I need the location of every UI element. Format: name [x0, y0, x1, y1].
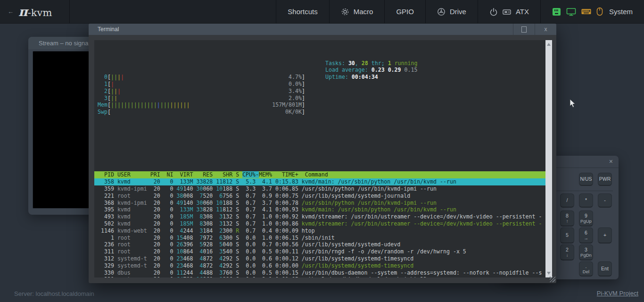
server-hostname: Server: localhost.localdomain [14, 290, 94, 297]
keypad-key-nus[interactable]: N/US [579, 173, 593, 186]
close-icon[interactable]: × [609, 158, 613, 165]
menu-shortcuts-label: Shortcuts [288, 8, 317, 16]
display-icon [566, 8, 576, 16]
psu-icon [502, 8, 512, 16]
keypad-key-[interactable]: / [560, 193, 574, 208]
process-row[interactable]: 395 kvmd 20 0 133M 33828 11812 S 0.7 4.1… [94, 206, 545, 213]
menu-system-label: System [609, 8, 633, 16]
keypad-key-[interactable]: - [598, 193, 612, 208]
process-row[interactable]: 358 kvmd 20 0 133M 33828 11812 S 5.3 4.1… [94, 178, 545, 185]
ethernet-icon [552, 8, 561, 16]
meter-line: 2[|||3.4%] [94, 88, 305, 95]
menu-drive-label: Drive [450, 8, 466, 16]
keypad-key-[interactable]: + [598, 227, 612, 243]
terminal-scrollbar[interactable] [545, 40, 552, 277]
process-row[interactable]: 502 kvmd 20 0 185M 8308 3132 S 0.7 1.0 0… [94, 220, 545, 227]
keypad-key-[interactable]: * [579, 193, 593, 208]
process-row[interactable]: 1146 kvmd-webt 20 0 4244 3184 2300 R 0.7… [94, 227, 545, 235]
stream-window-title: Stream – no signal [39, 40, 90, 47]
table-header-row[interactable]: PID USER PRI NI VIRT RES SHR S CPU%-MEM%… [94, 171, 545, 178]
keypad-key-9[interactable]: 9PgUp [579, 210, 593, 226]
logo-block[interactable]: ← π-kvm [0, 0, 70, 23]
pikvm-project-link[interactable]: Pi-KVM Project [597, 290, 638, 297]
meter-line: 0[||||4.7%] [94, 74, 305, 81]
keypad-key-pwr[interactable]: PWR [598, 173, 612, 186]
resize-grip[interactable] [550, 277, 555, 282]
mouse-icon [596, 7, 603, 16]
keypad-key-3[interactable]: 3PgDn [579, 244, 593, 260]
keypad-key-6[interactable]: 6→ [579, 227, 593, 243]
menu-gpio[interactable]: GPIO [384, 0, 425, 23]
htop-terminal-content[interactable]: 0[||||4.7%] 1[|0.0%] 2[|||3.4%] 3[||2.0%… [94, 40, 545, 277]
menu-gpio-label: GPIO [396, 8, 414, 16]
keypad-key-ent[interactable]: Ent [598, 261, 612, 277]
process-row[interactable]: 311 root 20 0 10864 4016 3540 S 0.0 0.5 … [94, 248, 545, 255]
mouse-cursor [570, 99, 577, 110]
menu-atx[interactable]: ATX [478, 0, 540, 23]
summary-line: Load average: 0.23 0.29 0.15 [325, 67, 418, 74]
keypad-key-2[interactable]: 2↓ [560, 244, 574, 260]
keyboard-icon [581, 8, 591, 15]
keypad-key-[interactable]: .Del [579, 261, 593, 277]
menu-atx-label: ATX [516, 8, 529, 16]
terminal-window: Terminal x 0[||||4.7%] 1[|0.0%] 2[|||3.4… [89, 24, 556, 283]
htop-summary: Tasks: 30, 28 thr; 1 runningLoad average… [325, 60, 418, 81]
meter-line: 3[||2.0%] [94, 95, 305, 102]
status-icons [552, 7, 603, 16]
scroll-up-icon[interactable] [547, 43, 551, 46]
process-row[interactable]: 330 dbus 20 0 11244 4488 3760 S 0.0 0.5 … [94, 269, 545, 277]
meter-line: Swp[0K/0K] [94, 109, 305, 116]
summary-line: Uptime: 00:04:34 [325, 74, 418, 81]
cpu-memory-meters: 0[||||4.7%] 1[|0.0%] 2[|||3.4%] 3[||2.0%… [94, 74, 545, 116]
process-table: PID USER PRI NI VIRT RES SHR S CPU%-MEM%… [94, 171, 545, 277]
terminal-window-title: Terminal [89, 26, 119, 33]
menu-system[interactable]: System [540, 0, 644, 23]
nav-spacer [70, 0, 276, 23]
menu-macro-label: Macro [354, 8, 373, 16]
top-navbar: ← π-kvm Shortcuts Macro GPIO Drive [0, 0, 644, 24]
scroll-down-icon[interactable] [547, 272, 551, 275]
pikvm-logo: π-kvm [18, 4, 52, 19]
process-row[interactable]: 236 root 20 0 26396 5928 5040 S 0.0 0.7 … [94, 241, 545, 248]
gear-icon [341, 8, 349, 16]
process-row[interactable]: 359 kvmd-ipmi 20 0 49140 30060 10188 S 3… [94, 185, 545, 193]
process-row[interactable]: 221 root 20 0 38008 7520 6756 S 0.7 0.9 … [94, 193, 545, 200]
keypad-key-8[interactable]: 8↑ [560, 210, 574, 226]
terminal-window-header[interactable]: Terminal x [89, 24, 556, 35]
keypad-key-5[interactable]: 5 [560, 227, 574, 243]
menu-shortcuts[interactable]: Shortcuts [276, 0, 329, 23]
process-row[interactable]: 493 kvmd 20 0 185M 8308 3132 S 0.7 1.0 0… [94, 213, 545, 220]
drive-disc-icon [437, 8, 446, 16]
maximize-icon [521, 26, 527, 33]
summary-line: Tasks: 30, 28 thr; 1 running [325, 60, 418, 67]
meter-line: Mem[||||||||||||||||||||||||157M/801M] [94, 101, 305, 109]
htop-meters-section: 0[||||4.7%] 1[|0.0%] 2[|||3.4%] 3[||2.0%… [94, 60, 545, 137]
menu-macro[interactable]: Macro [329, 0, 385, 23]
collapse-arrow-icon[interactable]: ← [8, 8, 14, 15]
process-row[interactable]: 331 root 20 0 64792 16860 8996 S 0.0 2.1… [94, 276, 545, 277]
process-row[interactable]: 329 systemd-t 20 0 23468 4872 4292 S 0.0… [94, 262, 545, 269]
maximize-button[interactable] [513, 24, 535, 35]
process-row[interactable]: 312 systemd-t 20 0 23468 4872 4292 S 0.0… [94, 255, 545, 262]
meter-line: 1[|0.0%] [94, 81, 305, 88]
process-row[interactable]: 1 root 20 0 15408 7972 6300 S 0.0 1.0 0:… [94, 235, 545, 242]
power-icon [489, 8, 498, 16]
blank-line [94, 151, 545, 158]
process-row[interactable]: 368 kvmd-ipmi 20 0 49140 30060 10188 S 0… [94, 200, 545, 207]
close-button[interactable]: x [535, 24, 556, 35]
menu-drive[interactable]: Drive [425, 0, 478, 23]
